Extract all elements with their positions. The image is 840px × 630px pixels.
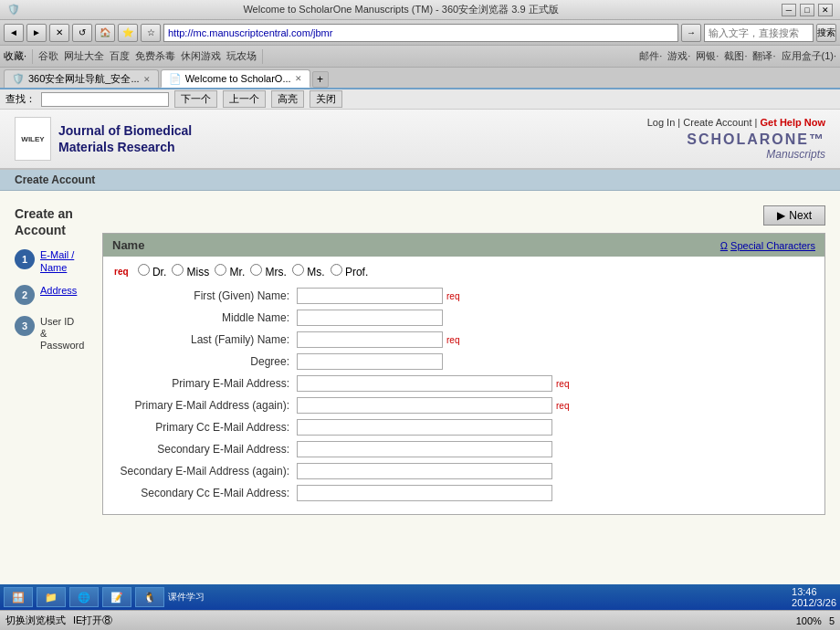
tab-scholar-icon: 📄 <box>169 73 182 85</box>
find-label: 查找： <box>5 92 36 106</box>
req-indicator: req <box>114 267 129 277</box>
step-1-link[interactable]: E-Mail /Name <box>40 249 74 273</box>
fav-google[interactable]: 谷歌 <box>38 49 58 63</box>
fav-baidu[interactable]: 百度 <box>110 49 130 63</box>
title-mrs-label[interactable]: Mrs. <box>250 264 287 278</box>
tab-scholar-close[interactable]: ✕ <box>295 74 302 83</box>
section-header: Name Ω Special Characters <box>103 234 824 257</box>
toolbar-screenshot[interactable]: 截图· <box>724 49 747 63</box>
secondary-email-input[interactable] <box>297 441 552 457</box>
taskbar-word[interactable]: 📝 <box>102 587 131 607</box>
bookmark-button[interactable]: ☆ <box>141 24 161 42</box>
taskbar-ie[interactable]: 🌐 <box>69 587 99 607</box>
header-links: Log In | Create Account | Get Help Now <box>647 117 825 128</box>
favorites-label: 收藏· <box>4 49 26 63</box>
primary-cc-input[interactable] <box>297 419 552 436</box>
wiley-logo: WILEY <box>15 117 51 161</box>
find-input[interactable] <box>41 92 169 107</box>
title-prof-label[interactable]: Prof. <box>331 264 369 278</box>
favorites-bar: 收藏· 谷歌 网址大全 百度 免费杀毒 休闲游戏 玩农场 邮件· 游戏· 网银·… <box>0 46 840 68</box>
section-title: Name <box>112 238 144 252</box>
title-prof-radio[interactable] <box>331 264 342 276</box>
primary-email-input[interactable] <box>297 375 552 392</box>
title-dr-label[interactable]: Dr. <box>138 264 167 278</box>
secondary-cc-input[interactable] <box>297 485 552 501</box>
tab-360-close[interactable]: ✕ <box>143 75 151 84</box>
start-icon: 🪟 <box>12 592 25 604</box>
minimize-button[interactable]: ─ <box>782 4 796 16</box>
toolbar-mail[interactable]: 邮件· <box>639 49 662 63</box>
title-ms-radio[interactable] <box>292 264 304 276</box>
refresh-button[interactable]: ↺ <box>72 24 92 42</box>
title-mrs-radio[interactable] <box>250 264 262 276</box>
status-ie: IE打开⑧ <box>73 614 112 627</box>
home-button[interactable]: 🏠 <box>95 24 115 42</box>
taskbar-qq[interactable]: 🐧 <box>135 587 164 607</box>
find-prev-button[interactable]: 下一个 <box>174 90 217 108</box>
next-button[interactable]: ▶ Next <box>763 205 825 226</box>
journal-logo: WILEY Journal of Biomedical Materials Re… <box>15 117 192 161</box>
log-in-link[interactable]: Log In <box>647 117 676 128</box>
go-button[interactable]: → <box>681 24 701 42</box>
get-help-link[interactable]: Get Help Now <box>760 117 825 128</box>
tab-add-button[interactable]: + <box>312 71 329 88</box>
tab-360-icon: 🛡️ <box>12 73 25 85</box>
middle-name-label: Middle Name: <box>114 311 297 324</box>
toolbar-banking[interactable]: 网银· <box>696 49 719 63</box>
forward-button[interactable]: ► <box>26 24 47 42</box>
fav-games[interactable]: 休闲游戏 <box>181 49 221 63</box>
find-close-button[interactable]: 关闭 <box>310 90 342 108</box>
first-name-input[interactable] <box>297 288 443 304</box>
toolbar-appbox[interactable]: 应用盒子(1)· <box>782 49 837 63</box>
tab-360[interactable]: 🛡️ 360安全网址导航_安全... ✕ <box>4 69 159 88</box>
step-3-number: 3 <box>15 316 35 336</box>
address-bar[interactable] <box>163 24 678 42</box>
name-section: Name Ω Special Characters req Dr. Miss M… <box>102 233 825 515</box>
search-box[interactable] <box>704 24 814 42</box>
title-mr-radio[interactable] <box>215 264 226 276</box>
special-chars-button[interactable]: Ω Special Characters <box>720 240 815 251</box>
degree-row: Degree: <box>114 353 814 370</box>
close-button[interactable]: ✕ <box>818 4 833 16</box>
title-miss-radio[interactable] <box>172 264 184 276</box>
browser-title-bar: 🛡️ Welcome to ScholarOne Manuscripts (TM… <box>0 0 840 20</box>
start-button[interactable]: 🪟 <box>4 587 33 607</box>
fav-antivirus[interactable]: 免费杀毒 <box>135 49 175 63</box>
last-name-req: req <box>446 335 459 345</box>
fav-farm[interactable]: 玩农场 <box>226 49 257 63</box>
toolbar-translate[interactable]: 翻译· <box>752 49 775 63</box>
window-controls[interactable]: ─ □ ✕ <box>782 4 833 16</box>
title-ms-label[interactable]: Ms. <box>292 264 325 278</box>
search-button[interactable]: 搜索 <box>816 24 836 42</box>
title-mr-label[interactable]: Mr. <box>215 264 245 278</box>
tab-scholar[interactable]: 📄 Welcome to ScholarO... ✕ <box>161 69 310 88</box>
back-button[interactable]: ◄ <box>4 24 24 42</box>
taskbar-explorer[interactable]: 📁 <box>37 587 66 607</box>
form-area: ▶ Next Name Ω Special Characters req <box>102 205 825 616</box>
find-highlight-button[interactable]: 高亮 <box>271 90 304 108</box>
step-2-link[interactable]: Address <box>40 285 77 297</box>
last-name-input[interactable] <box>297 331 443 348</box>
create-account-link[interactable]: Create Account <box>683 117 751 128</box>
title-miss-label[interactable]: Miss <box>172 264 209 278</box>
step-2-number: 2 <box>15 285 35 305</box>
find-next-button[interactable]: 上一个 <box>223 90 266 108</box>
stop-button[interactable]: ✕ <box>49 24 69 42</box>
status-bar: 切换浏览模式 IE打开⑧ 100% 5 <box>0 610 840 630</box>
fav-urls[interactable]: 网址大全 <box>64 49 104 63</box>
title-dr-radio[interactable] <box>138 264 150 276</box>
degree-input[interactable] <box>297 353 443 370</box>
secondary-email-again-input[interactable] <box>297 463 552 479</box>
section-body: req Dr. Miss Mr. Mrs. Ms. Prof. First (G… <box>103 257 824 514</box>
sidebar: Create an Account 1 E-Mail /Name 2 Addre… <box>15 205 88 616</box>
secondary-email-row: Secondary E-Mail Address: <box>114 441 814 457</box>
primary-email-again-input[interactable] <box>297 397 552 414</box>
site-header: WILEY Journal of Biomedical Materials Re… <box>0 110 840 170</box>
maximize-button[interactable]: □ <box>800 4 814 16</box>
star-button[interactable]: ⭐ <box>118 24 138 42</box>
fav-separator-1 <box>32 49 33 64</box>
middle-name-row: Middle Name: <box>114 310 814 326</box>
toolbar-games[interactable]: 游戏· <box>667 49 690 63</box>
middle-name-input[interactable] <box>297 310 443 326</box>
taskbar-icons: 课件学习 <box>168 591 205 604</box>
